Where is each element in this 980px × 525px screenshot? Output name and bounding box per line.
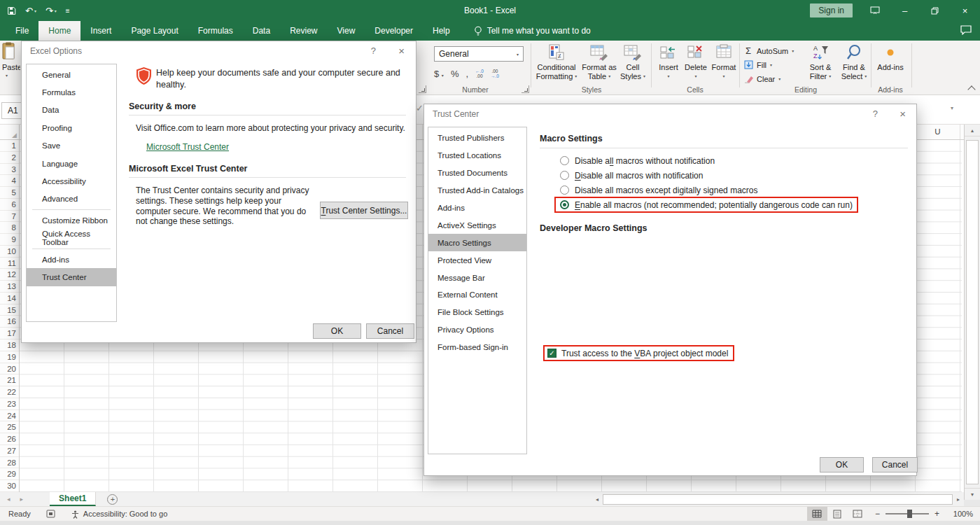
undo-button[interactable]: ↶▾ xyxy=(25,6,36,16)
cancel-button[interactable]: Cancel xyxy=(872,457,918,472)
format-cells-button[interactable]: Format ▾ xyxy=(710,42,738,80)
options-nav-formulas[interactable]: Formulas xyxy=(27,83,116,101)
delete-cells-button[interactable]: Delete ▾ xyxy=(682,42,710,80)
tab-home[interactable]: Home xyxy=(38,21,80,41)
row-header-29[interactable]: 29 xyxy=(0,468,19,480)
macro-radio-row-2[interactable]: Disable all macros except digitally sign… xyxy=(554,182,763,198)
close-button[interactable]: × xyxy=(950,0,980,21)
row-header-28[interactable]: 28 xyxy=(0,457,19,469)
row-header-17[interactable]: 17 xyxy=(0,328,19,340)
percent-style-button[interactable]: % xyxy=(451,69,459,79)
help-icon[interactable]: ? xyxy=(873,108,878,119)
autosum-button[interactable]: Σ AutoSum ▾ xyxy=(743,45,794,57)
accessibility-status[interactable]: Accessibility: Good to go xyxy=(71,510,167,519)
close-icon[interactable]: × xyxy=(398,45,405,57)
horizontal-scroll-thumb[interactable] xyxy=(603,494,953,505)
page-break-view-button[interactable] xyxy=(848,507,868,521)
accounting-format-button[interactable]: $ ▾ xyxy=(434,69,444,79)
tab-view[interactable]: View xyxy=(328,21,365,41)
row-header-4[interactable]: 4 xyxy=(0,175,19,187)
comment-icon[interactable] xyxy=(960,25,972,35)
insert-cells-button[interactable]: Insert ▾ xyxy=(655,42,682,80)
zoom-slider-thumb[interactable] xyxy=(907,510,912,518)
row-header-16[interactable]: 16 xyxy=(0,316,19,328)
trust-nav-form-based-sign-in[interactable]: Form-based Sign-in xyxy=(428,339,526,356)
checked-checkbox-icon[interactable]: ✓ xyxy=(547,349,556,358)
row-header-23[interactable]: 23 xyxy=(0,398,19,410)
enter-formula-icon[interactable]: ✓ xyxy=(416,103,424,113)
increase-decimal-button[interactable]: ←.0.00 xyxy=(475,69,484,78)
radio-unselected-icon[interactable] xyxy=(560,186,569,195)
cell-styles-button[interactable]: Cell Styles▾ xyxy=(617,42,648,80)
sign-in-button[interactable]: Sign in xyxy=(810,4,853,18)
ok-button[interactable]: OK xyxy=(313,323,361,339)
help-icon[interactable]: ? xyxy=(371,46,376,56)
tab-file[interactable]: File xyxy=(6,21,38,41)
row-header-7[interactable]: 7 xyxy=(0,211,19,223)
zoom-out-button[interactable]: − xyxy=(875,509,880,519)
trust-nav-trusted-documents[interactable]: Trusted Documents xyxy=(428,164,526,182)
tab-help[interactable]: Help xyxy=(423,21,460,41)
trust-nav-file-block-settings[interactable]: File Block Settings xyxy=(428,304,526,321)
tell-me-box[interactable]: Tell me what you want to do xyxy=(474,21,591,41)
horizontal-scrollbar[interactable]: ◂ ▸ xyxy=(592,492,964,506)
ribbon-display-options-button[interactable] xyxy=(860,0,890,21)
row-header-20[interactable]: 20 xyxy=(0,363,19,375)
vertical-scroll-thumb[interactable] xyxy=(966,140,979,484)
format-as-table-button[interactable]: Format as Table▾ xyxy=(580,42,619,80)
sheet-tab-sheet1[interactable]: Sheet1 xyxy=(50,492,96,506)
tab-page-layout[interactable]: Page Layout xyxy=(121,21,188,41)
trust-nav-external-content[interactable]: External Content xyxy=(428,286,526,304)
row-header-15[interactable]: 15 xyxy=(0,304,19,316)
trust-nav-add-ins[interactable]: Add-ins xyxy=(428,200,526,217)
options-nav-general[interactable]: General xyxy=(27,66,116,83)
row-header-25[interactable]: 25 xyxy=(0,421,19,433)
font-dialog-launcher[interactable] xyxy=(419,85,426,93)
vertical-scrollbar[interactable]: ▴ ▾ xyxy=(964,125,980,500)
scroll-right-button[interactable]: ▸ xyxy=(953,493,964,505)
options-nav-quick-access-toolbar[interactable]: Quick Access Toolbar xyxy=(27,230,116,247)
tab-formulas[interactable]: Formulas xyxy=(188,21,243,41)
paste-button[interactable]: Paste ▾ xyxy=(0,42,20,94)
trust-nav-message-bar[interactable]: Message Bar xyxy=(428,269,526,286)
macro-record-button[interactable] xyxy=(46,510,55,518)
radio-unselected-icon[interactable] xyxy=(560,171,569,180)
macro-radio-row-1[interactable]: Disable all macros with notification xyxy=(554,167,708,183)
comma-style-button[interactable]: , xyxy=(465,69,468,79)
scroll-up-button[interactable]: ▴ xyxy=(965,125,980,136)
close-icon[interactable]: × xyxy=(899,108,906,120)
options-nav-data[interactable]: Data xyxy=(27,102,116,119)
tab-data[interactable]: Data xyxy=(243,21,280,41)
ok-button[interactable]: OK xyxy=(820,457,864,472)
row-header-10[interactable]: 10 xyxy=(0,246,19,258)
tab-review[interactable]: Review xyxy=(280,21,327,41)
scroll-down-button[interactable]: ▾ xyxy=(965,488,980,500)
row-header-14[interactable]: 14 xyxy=(0,293,19,304)
sort-filter-button[interactable]: AZ Sort & Filter▾ xyxy=(804,42,837,80)
trust-center-settings-button[interactable]: Trust Center Settings... xyxy=(320,202,408,219)
row-header-12[interactable]: 12 xyxy=(0,269,19,281)
customize-qat-button[interactable]: ≡ xyxy=(66,7,70,15)
zoom-slider[interactable] xyxy=(886,513,929,514)
row-header-22[interactable]: 22 xyxy=(0,386,19,398)
zoom-in-button[interactable]: + xyxy=(934,509,939,519)
select-all-corner[interactable]: ◢ xyxy=(0,125,20,140)
redo-button[interactable]: ↷▾ xyxy=(46,6,57,16)
options-nav-add-ins[interactable]: Add-ins xyxy=(27,251,116,268)
save-button[interactable] xyxy=(7,6,16,15)
collapse-ribbon-button[interactable] xyxy=(967,85,975,93)
row-header-30[interactable]: 30 xyxy=(0,480,19,492)
radio-unselected-icon[interactable] xyxy=(560,156,569,165)
row-header-27[interactable]: 27 xyxy=(0,445,19,457)
options-nav-customize-ribbon[interactable]: Customize Ribbon xyxy=(27,211,116,229)
column-header-U[interactable]: U xyxy=(916,125,960,139)
number-format-select[interactable]: General ▾ xyxy=(434,46,524,62)
options-nav-trust-center[interactable]: Trust Center xyxy=(27,268,116,286)
options-nav-advanced[interactable]: Advanced xyxy=(27,190,116,208)
row-header-5[interactable]: 5 xyxy=(0,187,19,199)
decrease-decimal-button[interactable]: .00→.0 xyxy=(491,69,499,78)
trust-nav-activex-settings[interactable]: ActiveX Settings xyxy=(428,216,526,234)
cancel-button[interactable]: Cancel xyxy=(366,323,414,339)
row-header-8[interactable]: 8 xyxy=(0,222,19,234)
row-header-11[interactable]: 11 xyxy=(0,258,19,270)
